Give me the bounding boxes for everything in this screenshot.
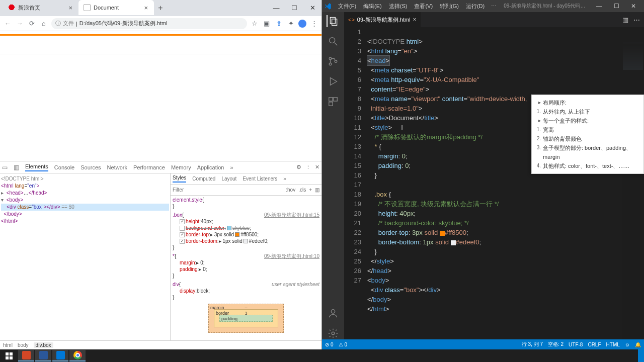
search-icon[interactable] — [327, 35, 339, 47]
maximize-button[interactable]: ☐ — [608, 3, 625, 10]
source-control-icon[interactable] — [327, 55, 339, 67]
tab-elements[interactable]: Elements — [25, 163, 48, 171]
code-content[interactable]: <!DOCTYPE html> <html lang="en"> <head> … — [367, 27, 644, 339]
menu-goto[interactable]: 转到(G) — [437, 3, 461, 10]
settings-gear-icon[interactable] — [327, 327, 339, 339]
new-rule-button[interactable]: + — [309, 187, 312, 193]
menu-run[interactable]: 运行(D) — [463, 3, 487, 10]
share-icon[interactable]: ⇪ — [274, 20, 283, 27]
status-cursor[interactable]: 行 3, 列 7 — [522, 341, 543, 348]
chrome-tab-sina[interactable]: 新浪首页 × — [3, 0, 78, 15]
bookmark-icon[interactable]: ☆ — [250, 20, 259, 27]
close-button[interactable]: ✕ — [303, 2, 321, 16]
crumb-body[interactable]: body — [18, 342, 29, 348]
status-eol[interactable]: CRLF — [588, 342, 601, 347]
more-actions-icon[interactable]: ⋯ — [633, 16, 640, 24]
menu-edit[interactable]: 编辑(E) — [361, 3, 384, 10]
tab-computed[interactable]: Computed — [192, 176, 215, 182]
tab-layout[interactable]: Layout — [221, 176, 236, 182]
tab-event-listeners[interactable]: Event Listeners — [243, 176, 277, 182]
reload-button[interactable]: ⟳ — [27, 20, 36, 27]
site-info-icon[interactable]: ⓘ — [55, 20, 61, 27]
styles-panel: Styles Computed Layout Event Listeners »… — [171, 173, 321, 340]
run-debug-icon[interactable] — [327, 75, 339, 87]
start-button[interactable] — [1, 350, 17, 361]
home-button[interactable]: ⌂ — [39, 20, 48, 27]
status-language[interactable]: HTML — [606, 342, 620, 347]
tab-console[interactable]: Console — [54, 164, 74, 170]
styles-rules[interactable]: element.style {} .box {09-新浪导航案例.html:15… — [171, 196, 321, 340]
camera-icon[interactable]: ▣ — [262, 20, 271, 27]
breadcrumbs[interactable]: html body div.box — [0, 340, 321, 349]
tab-title: 新浪首页 — [18, 4, 67, 12]
status-spaces[interactable]: 空格: 2 — [548, 341, 564, 348]
tab-network[interactable]: Network — [107, 164, 127, 170]
tabs-overflow[interactable]: » — [230, 164, 233, 170]
chrome-tab-document[interactable]: Document × — [78, 0, 154, 15]
crumb-div-box[interactable]: div.box — [34, 342, 53, 348]
close-icon[interactable]: × — [413, 16, 417, 23]
minimize-button[interactable]: — — [267, 2, 285, 16]
minimap[interactable] — [622, 42, 644, 339]
device-toggle-icon[interactable]: ▥ — [14, 164, 19, 171]
explorer-icon[interactable] — [327, 15, 339, 27]
devtools: ▭ ▥ Elements Console Sources Network Per… — [0, 161, 321, 349]
status-encoding[interactable]: UTF-8 — [569, 342, 583, 347]
taskbar-vscode[interactable] — [52, 350, 68, 361]
profile-avatar[interactable] — [298, 20, 306, 28]
close-icon[interactable]: × — [67, 4, 73, 12]
tab-styles[interactable]: Styles — [173, 175, 186, 183]
extensions-icon[interactable] — [327, 96, 339, 108]
status-warnings[interactable]: ⚠ 0 — [339, 342, 348, 347]
hov-toggle[interactable]: :hov — [286, 187, 295, 193]
url-scheme: 文件 — [63, 20, 74, 27]
status-bell-icon[interactable]: 🔔 — [635, 342, 641, 347]
menu-file[interactable]: 文件(F) — [336, 3, 359, 10]
filter-input[interactable] — [173, 187, 283, 193]
vscode-body: <> 09-新浪导航案例.html × ▥ ⋯ 1234567891011121… — [322, 12, 644, 339]
account-icon[interactable] — [327, 307, 339, 319]
minimize-button[interactable]: — — [591, 3, 608, 10]
tabs-overflow[interactable]: » — [283, 176, 286, 182]
tab-memory[interactable]: Memory — [171, 164, 191, 170]
chrome-titlebar: 新浪首页 × Document × + — ☐ ✕ — [0, 0, 321, 16]
box-model-diagram[interactable]: margin– border3 padding- — [208, 304, 284, 333]
cls-toggle[interactable]: .cls — [298, 187, 306, 193]
svg-rect-13 — [6, 352, 9, 355]
more-icon[interactable]: ⋮ — [305, 164, 311, 170]
code-editor[interactable]: 1234567891011121314151617181920212223242… — [344, 27, 644, 339]
menu-select[interactable]: 选择(S) — [386, 3, 410, 10]
status-errors[interactable]: ⊘ 0 — [325, 342, 334, 347]
forward-button[interactable]: → — [15, 20, 24, 27]
editor-tab[interactable]: <> 09-新浪导航案例.html × — [344, 12, 421, 27]
svg-point-11 — [331, 310, 335, 313]
close-icon[interactable]: × — [143, 4, 149, 12]
close-button[interactable]: ✕ — [625, 3, 642, 10]
maximize-button[interactable]: ☐ — [285, 2, 303, 16]
chrome-toolbar: ← → ⟳ ⌂ ⓘ 文件 | D:/day05代码/09-新浪导航案例.html… — [0, 16, 321, 31]
menu-icon[interactable]: ⋮ — [309, 20, 318, 27]
new-tab-button[interactable]: + — [154, 0, 167, 16]
tab-performance[interactable]: Performance — [133, 164, 165, 170]
status-feedback-icon[interactable]: ☺ — [625, 342, 630, 347]
back-button[interactable]: ← — [3, 20, 12, 27]
dom-tree[interactable]: <!DOCTYPE html> <html lang="en"> ▸ <head… — [0, 173, 171, 340]
favicon-sina — [8, 4, 15, 11]
svg-point-6 — [335, 60, 337, 63]
inspect-icon[interactable]: ▭ — [2, 164, 8, 171]
taskbar-powerpoint[interactable] — [18, 350, 34, 361]
crumb-html[interactable]: html — [3, 342, 13, 348]
taskbar-word[interactable] — [35, 350, 51, 361]
settings-icon[interactable]: ⚙ — [296, 164, 301, 170]
extensions-icon[interactable]: ✦ — [286, 20, 295, 27]
close-devtools-icon[interactable]: ✕ — [315, 164, 319, 170]
menu-more[interactable]: ⋯ — [489, 3, 499, 10]
taskbar-chrome[interactable] — [69, 350, 86, 361]
menu-view[interactable]: 查看(V) — [412, 3, 435, 10]
tab-sources[interactable]: Sources — [80, 164, 101, 170]
tab-application[interactable]: Application — [197, 164, 224, 170]
omnibox[interactable]: ⓘ 文件 | D:/day05代码/09-新浪导航案例.html — [51, 18, 247, 29]
taskbar-right-edge[interactable] — [638, 349, 644, 362]
split-editor-icon[interactable]: ▥ — [622, 16, 628, 24]
computed-toggle-icon[interactable]: ▥ — [315, 187, 319, 193]
